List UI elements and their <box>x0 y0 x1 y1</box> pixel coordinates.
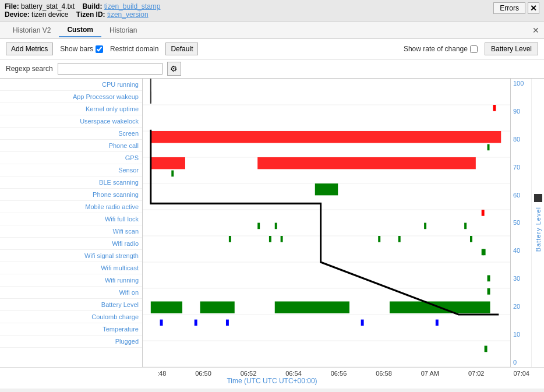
x-tick: 07 AM <box>421 370 439 377</box>
svg-rect-18 <box>424 223 426 229</box>
metric-label: Screen <box>0 128 142 140</box>
chart-svg <box>143 79 510 367</box>
metric-label: Coulomb charge <box>0 311 142 323</box>
metric-label: Kernel only uptime <box>0 103 142 115</box>
y-tick-90: 90 <box>513 108 530 115</box>
x-ticks: :48 06:50 06:52 06:54 06:56 06:58 07 AM … <box>0 370 544 377</box>
file-value: battery_stat_4.txt <box>21 2 75 10</box>
svg-rect-25 <box>470 236 472 242</box>
show-rate-checkbox[interactable] <box>470 45 478 53</box>
metric-label: Mobile radio active <box>0 201 142 213</box>
x-tick: 07:02 <box>468 370 485 377</box>
metric-label: Wifi full lock <box>0 213 142 225</box>
tab-historian-v2[interactable]: Historian V2 <box>5 23 59 37</box>
y-tick-0: 0 <box>513 359 530 366</box>
add-metrics-button[interactable]: Add Metrics <box>6 43 53 55</box>
right-legend: Battery Level <box>531 79 544 367</box>
legend-square <box>534 194 542 202</box>
y-tick-30: 30 <box>513 275 530 282</box>
svg-rect-32 <box>195 320 197 326</box>
y-tick-70: 70 <box>513 164 530 171</box>
chart-main <box>143 79 510 367</box>
x-tick: 06:50 <box>195 370 211 377</box>
tabs-bar: Historian V2 Custom Historian ✕ <box>0 22 544 39</box>
svg-rect-24 <box>398 236 401 242</box>
svg-rect-31 <box>160 320 163 326</box>
device-info: Device: tizen device Tizen ID: tizen_ver… <box>5 10 161 19</box>
regexp-label: Regexp search <box>6 65 53 73</box>
y-tick-40: 40 <box>513 247 530 254</box>
y-tick-10: 10 <box>513 331 530 338</box>
show-bars-label: Show bars <box>60 45 103 53</box>
tabs-left: Historian V2 Custom Historian <box>5 23 145 37</box>
tab-historian[interactable]: Historian <box>101 23 145 37</box>
title-bar: File: battery_stat_4.txt Build: tizen_bu… <box>0 0 544 22</box>
show-bars-checkbox[interactable] <box>96 45 103 53</box>
metric-label: GPS <box>0 152 142 164</box>
svg-rect-22 <box>281 236 283 242</box>
chart-container: CPU runningApp Processor wakeupKernel on… <box>0 79 544 367</box>
svg-rect-13 <box>151 157 185 169</box>
svg-rect-15 <box>315 183 338 195</box>
errors-button[interactable]: Errors <box>493 2 525 14</box>
svg-rect-28 <box>200 302 235 313</box>
tizen-id-label: Tizen ID: <box>76 10 105 19</box>
title-info: File: battery_stat_4.txt Build: tizen_bu… <box>5 2 161 19</box>
svg-rect-36 <box>493 105 496 111</box>
svg-rect-44 <box>171 171 174 177</box>
x-tick: :48 <box>157 370 166 377</box>
toolbar: Add Metrics Show bars Restrict domain De… <box>0 39 544 59</box>
svg-rect-12 <box>151 131 501 143</box>
metric-label: CPU running <box>0 79 142 91</box>
svg-rect-41 <box>485 346 488 352</box>
metric-label: Wifi multicast <box>0 262 142 274</box>
build-value: tizen_build_stamp <box>104 2 161 10</box>
metric-label: Wifi scan <box>0 225 142 238</box>
tab-close-button[interactable]: ✕ <box>532 26 539 35</box>
y-tick-100: 100 <box>513 80 530 87</box>
y-tick-60: 60 <box>513 192 530 199</box>
x-axis-area: :48 06:50 06:52 06:54 06:56 06:58 07 AM … <box>0 367 544 389</box>
search-bar: Regexp search ⚙ <box>0 59 544 79</box>
svg-rect-16 <box>257 223 260 229</box>
search-input[interactable] <box>58 63 163 75</box>
default-button[interactable]: Default <box>165 43 198 55</box>
y-tick-50: 50 <box>513 219 530 226</box>
svg-rect-37 <box>482 210 485 216</box>
tab-custom[interactable]: Custom <box>59 23 101 37</box>
title-bar-right: Errors ✕ <box>493 2 539 14</box>
show-rate-label: Show rate of change <box>404 45 478 53</box>
metric-label: Wifi on <box>0 287 142 299</box>
y-axis-right: 100 90 80 70 60 50 40 30 20 10 0 <box>510 79 531 367</box>
metric-label: BLE scanning <box>0 176 142 189</box>
y-labels: CPU runningApp Processor wakeupKernel on… <box>0 79 143 367</box>
tizen-id-value: tizen_version <box>107 10 149 19</box>
svg-rect-21 <box>269 236 271 242</box>
close-button[interactable]: ✕ <box>528 2 539 14</box>
metric-label: Sensor <box>0 164 142 176</box>
x-axis-label: Time (UTC UTC UTC+00:00) <box>0 377 544 387</box>
metric-label: Userspace wakelock <box>0 115 142 128</box>
svg-rect-33 <box>226 320 229 326</box>
x-tick: 06:56 <box>331 370 347 377</box>
y-tick-20: 20 <box>513 303 530 310</box>
show-rate-text: Show rate of change <box>404 45 468 53</box>
file-info: File: battery_stat_4.txt Build: tizen_bu… <box>5 2 161 10</box>
x-tick: 06:52 <box>241 370 257 377</box>
show-bars-text: Show bars <box>60 45 93 53</box>
metric-label: Wifi signal strength <box>0 250 142 262</box>
legend-text: Battery Level <box>535 207 542 252</box>
metric-label: Phone call <box>0 140 142 152</box>
gear-button[interactable]: ⚙ <box>167 62 181 76</box>
svg-rect-39 <box>488 276 490 282</box>
metric-label: Phone scanning <box>0 189 142 201</box>
metric-label: App Processor wakeup <box>0 91 142 103</box>
x-tick: 06:58 <box>376 370 392 377</box>
battery-level-button[interactable]: Battery Level <box>485 43 538 55</box>
build-label: Build: <box>82 2 102 10</box>
svg-rect-14 <box>257 157 476 169</box>
file-label: File: <box>5 2 19 10</box>
svg-rect-45 <box>488 144 490 151</box>
svg-rect-20 <box>229 236 231 242</box>
svg-rect-35 <box>436 320 439 326</box>
